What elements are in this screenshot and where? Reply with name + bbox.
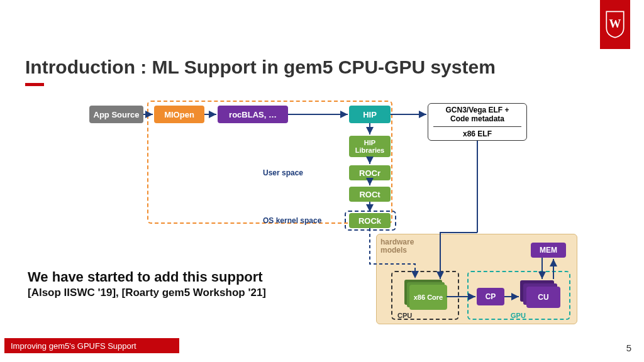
elf-x86: x86 ELF (463, 129, 492, 138)
box-hip-libraries: HIP Libraries (349, 136, 391, 157)
box-elf: GCN3/Vega ELF + Code metadata x86 ELF (428, 103, 527, 141)
box-cu: CU (526, 287, 560, 308)
elf-line2: Code metadata (450, 114, 504, 123)
box-miopen: MIOpen (154, 106, 204, 123)
box-rocblas: rocBLAS, … (218, 106, 288, 123)
label-cpu: CPU (397, 312, 412, 319)
cu-stack: CU (520, 280, 563, 310)
uw-badge: W (600, 0, 630, 49)
box-app-source: App Source (89, 106, 143, 123)
box-hip: HIP (349, 106, 391, 123)
box-cp: CP (477, 288, 504, 305)
x86-core-stack: x86 Core (404, 280, 446, 311)
title-underline (25, 83, 44, 86)
label-os-kernel: OS kernel space (263, 216, 321, 225)
label-user-space: User space (263, 168, 303, 177)
label-gpu: GPU (511, 312, 526, 319)
support-sub-line: [Alsop IISWC '19], [Roarty gem5 Workshop… (28, 287, 266, 299)
slide-title: Introduction : ML Support in gem5 CPU-GP… (25, 57, 496, 78)
page-number: 5 (626, 343, 631, 353)
hw-models-text: hardware models (380, 238, 418, 255)
uw-crest-icon: W (604, 9, 626, 40)
box-rock: ROCk (349, 213, 391, 228)
box-mem: MEM (531, 243, 566, 258)
elf-line1: GCN3/Vega ELF + (445, 106, 509, 114)
svg-text:W: W (609, 17, 621, 30)
label-hw-models: hardware models (380, 238, 418, 255)
box-roct: ROCt (349, 187, 391, 202)
footer-bar: Improving gem5's GPUFS Support (4, 338, 179, 353)
box-rocr: ROCr (349, 165, 391, 180)
support-main-line: We have started to add this support (28, 269, 266, 285)
box-x86-core: x86 Core (409, 285, 447, 310)
support-text: We have started to add this support [Als… (28, 269, 266, 299)
